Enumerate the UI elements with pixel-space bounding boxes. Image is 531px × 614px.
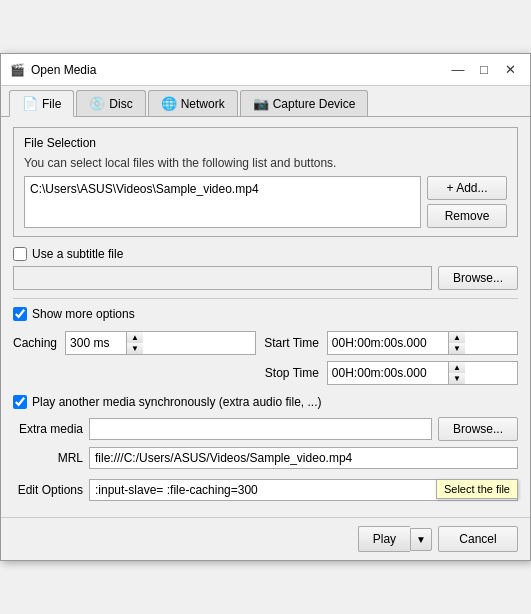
file-action-buttons: + Add... Remove bbox=[427, 176, 507, 228]
caching-input[interactable] bbox=[66, 334, 126, 352]
start-time-input[interactable] bbox=[328, 334, 448, 352]
stop-time-label: Stop Time bbox=[264, 366, 319, 380]
stop-time-input[interactable] bbox=[328, 364, 448, 382]
tab-disc[interactable]: 💿 Disc bbox=[76, 90, 145, 116]
play-button[interactable]: Play bbox=[358, 526, 410, 552]
show-more-checkbox[interactable] bbox=[13, 307, 27, 321]
play-button-group: Play ▼ bbox=[358, 526, 432, 552]
file-selection-title: File Selection bbox=[24, 136, 507, 150]
window-title: Open Media bbox=[31, 63, 446, 77]
tab-network[interactable]: 🌐 Network bbox=[148, 90, 238, 116]
stop-time-decrement-btn[interactable]: ▼ bbox=[449, 373, 465, 384]
caching-spin: ▲ ▼ bbox=[65, 331, 256, 355]
subtitle-browse-button[interactable]: Browse... bbox=[438, 266, 518, 290]
mrl-label: MRL bbox=[13, 451, 83, 465]
play-sync-label[interactable]: Play another media synchronously (extra … bbox=[13, 395, 321, 409]
extra-media-row: Extra media Browse... bbox=[13, 417, 518, 441]
subtitle-section: Use a subtitle file Browse... bbox=[13, 247, 518, 290]
title-bar: 🎬 Open Media — □ ✕ bbox=[1, 54, 530, 86]
mrl-row: MRL Select the file bbox=[13, 447, 518, 469]
play-sync-text: Play another media synchronously (extra … bbox=[32, 395, 321, 409]
play-dropdown-button[interactable]: ▼ bbox=[410, 528, 432, 551]
start-time-increment-btn[interactable]: ▲ bbox=[449, 332, 465, 343]
remove-file-button[interactable]: Remove bbox=[427, 204, 507, 228]
tab-file-label: File bbox=[42, 97, 61, 111]
open-media-window: 🎬 Open Media — □ ✕ 📄 File 💿 Disc 🌐 Netwo… bbox=[0, 53, 531, 561]
subtitle-input-row: Browse... bbox=[13, 266, 518, 290]
subtitle-checkbox[interactable] bbox=[13, 247, 27, 261]
file-selection-row: C:\Users\ASUS\Videos\Sample_video.mp4 + … bbox=[24, 176, 507, 228]
tab-capture[interactable]: 📷 Capture Device bbox=[240, 90, 369, 116]
mrl-tooltip: Select the file bbox=[436, 479, 518, 499]
subtitle-label-text: Use a subtitle file bbox=[32, 247, 123, 261]
disc-tab-icon: 💿 bbox=[89, 96, 105, 111]
file-list[interactable]: C:\Users\ASUS\Videos\Sample_video.mp4 bbox=[24, 176, 421, 228]
app-icon: 🎬 bbox=[9, 62, 25, 78]
bottom-bar: Play ▼ Cancel bbox=[1, 517, 530, 560]
stop-time-spin: ▲ ▼ bbox=[327, 361, 518, 385]
tab-file[interactable]: 📄 File bbox=[9, 90, 74, 117]
start-time-spin-buttons: ▲ ▼ bbox=[448, 332, 465, 354]
maximize-button[interactable]: □ bbox=[472, 60, 496, 80]
add-file-button[interactable]: + Add... bbox=[427, 176, 507, 200]
stop-time-increment-btn[interactable]: ▲ bbox=[449, 362, 465, 373]
show-more-row: Show more options bbox=[13, 307, 518, 321]
network-tab-icon: 🌐 bbox=[161, 96, 177, 111]
show-more-text: Show more options bbox=[32, 307, 135, 321]
start-time-label: Start Time bbox=[264, 336, 319, 350]
file-list-item: C:\Users\ASUS\Videos\Sample_video.mp4 bbox=[30, 180, 415, 198]
subtitle-path-input[interactable] bbox=[13, 266, 432, 290]
capture-tab-icon: 📷 bbox=[253, 96, 269, 111]
play-sync-row: Play another media synchronously (extra … bbox=[13, 395, 518, 409]
extra-media-browse-button[interactable]: Browse... bbox=[438, 417, 518, 441]
close-button[interactable]: ✕ bbox=[498, 60, 522, 80]
start-time-spin: ▲ ▼ bbox=[327, 331, 518, 355]
caching-decrement-btn[interactable]: ▼ bbox=[127, 343, 143, 354]
file-tab-icon: 📄 bbox=[22, 96, 38, 111]
stop-time-spin-buttons: ▲ ▼ bbox=[448, 362, 465, 384]
file-selection-group: File Selection You can select local file… bbox=[13, 127, 518, 237]
minimize-button[interactable]: — bbox=[446, 60, 470, 80]
tab-capture-label: Capture Device bbox=[273, 97, 356, 111]
options-grid: Caching ▲ ▼ Start Time ▲ ▼ Stop Time bbox=[13, 331, 518, 385]
window-controls: — □ ✕ bbox=[446, 60, 522, 80]
subtitle-checkbox-label[interactable]: Use a subtitle file bbox=[13, 247, 123, 261]
caching-label: Caching bbox=[13, 336, 57, 350]
tab-network-label: Network bbox=[181, 97, 225, 111]
main-content: File Selection You can select local file… bbox=[1, 117, 530, 517]
caching-increment-btn[interactable]: ▲ bbox=[127, 332, 143, 343]
extra-media-input[interactable] bbox=[89, 418, 432, 440]
extra-media-label: Extra media bbox=[13, 422, 83, 436]
start-time-decrement-btn[interactable]: ▼ bbox=[449, 343, 465, 354]
cancel-button[interactable]: Cancel bbox=[438, 526, 518, 552]
subtitle-checkbox-row: Use a subtitle file bbox=[13, 247, 518, 261]
show-more-label[interactable]: Show more options bbox=[13, 307, 135, 321]
tab-disc-label: Disc bbox=[109, 97, 132, 111]
file-selection-desc: You can select local files with the foll… bbox=[24, 156, 507, 170]
separator-1 bbox=[13, 298, 518, 299]
caching-spin-buttons: ▲ ▼ bbox=[126, 332, 143, 354]
mrl-input[interactable] bbox=[89, 447, 518, 469]
tab-bar: 📄 File 💿 Disc 🌐 Network 📷 Capture Device bbox=[1, 86, 530, 117]
play-sync-checkbox[interactable] bbox=[13, 395, 27, 409]
edit-options-label: Edit Options bbox=[13, 483, 83, 497]
